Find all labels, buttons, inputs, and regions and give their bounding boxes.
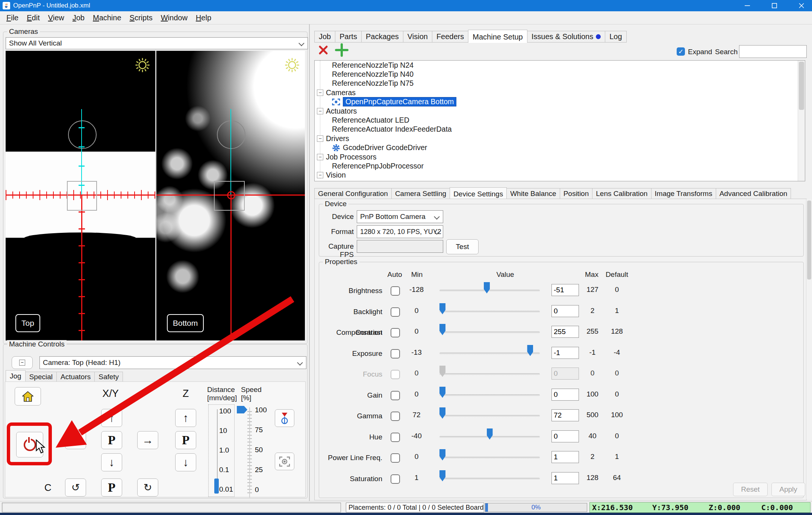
- gain-auto-checkbox[interactable]: [391, 391, 400, 400]
- device-select[interactable]: PnP Bottom Camera: [357, 210, 443, 223]
- jog-c-ccw-button[interactable]: ↺: [65, 479, 86, 497]
- tree-collapse-icon[interactable]: −: [317, 108, 323, 114]
- capture-fps-input[interactable]: [357, 240, 443, 253]
- tab-job[interactable]: Job: [314, 31, 335, 43]
- gain-slider-track[interactable]: [439, 394, 540, 396]
- settings-tab-camera-settling[interactable]: Camera Settling: [391, 188, 450, 199]
- settings-tab-white-balance[interactable]: White Balance: [506, 188, 560, 199]
- menu-job[interactable]: Job: [68, 14, 89, 22]
- controls-target-selector[interactable]: Camera: Top (Head: H1): [39, 356, 306, 369]
- brightness-auto-checkbox[interactable]: [391, 286, 400, 296]
- menu-help[interactable]: Help: [192, 14, 215, 22]
- focus-auto-checkbox[interactable]: [391, 370, 400, 379]
- saturation-slider-track[interactable]: [439, 478, 540, 480]
- backlight-compensation-slider-track[interactable]: [439, 311, 540, 313]
- saturation-auto-checkbox[interactable]: [391, 474, 400, 484]
- add-button[interactable]: [335, 43, 350, 58]
- speed-slider-thumb[interactable]: [237, 406, 247, 413]
- tree-item-referenceactuator-led[interactable]: ReferenceActuator LED: [315, 115, 805, 125]
- saturation-slider-thumb[interactable]: [439, 470, 445, 482]
- gamma-slider-track[interactable]: [439, 415, 540, 417]
- tree-item-gcodedriver-gcodedriver[interactable]: GcodeDriver GcodeDriver: [315, 143, 805, 152]
- backlight-compensation-value-input[interactable]: [551, 305, 579, 317]
- contrast-auto-checkbox[interactable]: [391, 328, 400, 337]
- distance-scale-thumb[interactable]: [214, 479, 219, 494]
- tree-collapse-icon[interactable]: −: [317, 90, 323, 96]
- tab-parts[interactable]: Parts: [335, 31, 362, 43]
- gain-slider-thumb[interactable]: [439, 387, 445, 398]
- tab-feeders[interactable]: Feeders: [432, 31, 468, 43]
- tree-item-cameras[interactable]: −Cameras: [315, 88, 805, 97]
- tree-item-openpnpcapturecamera-bottom[interactable]: OpenPnpCaptureCamera Bottom: [315, 97, 805, 106]
- panel-divider[interactable]: [309, 24, 310, 501]
- position-c-button[interactable]: P: [101, 479, 122, 497]
- test-button[interactable]: Test: [446, 239, 479, 254]
- tree-item-referencenozzletip-n24[interactable]: ReferenceNozzleTip N24: [315, 61, 805, 70]
- speed-slider[interactable]: 1007550250: [235, 405, 273, 498]
- power-line-freq--slider-track[interactable]: [439, 457, 540, 459]
- exposure-slider-thumb[interactable]: [527, 345, 533, 356]
- gamma-slider-thumb[interactable]: [439, 407, 445, 419]
- position-z-button[interactable]: P: [175, 431, 196, 449]
- tab-packages[interactable]: Packages: [361, 31, 403, 43]
- menu-window[interactable]: Window: [157, 14, 192, 22]
- gain-value-input[interactable]: [551, 389, 579, 401]
- gamma-auto-checkbox[interactable]: [391, 412, 400, 421]
- contrast-slider-track[interactable]: [439, 331, 540, 333]
- exposure-slider-track[interactable]: [439, 352, 540, 354]
- expand-checkbox[interactable]: ✓: [677, 47, 685, 56]
- light-icon[interactable]: [284, 57, 300, 75]
- jog-y-minus-button[interactable]: ↓: [101, 453, 122, 471]
- menu-view[interactable]: View: [44, 14, 68, 22]
- position-xy-button[interactable]: P: [101, 431, 122, 449]
- menu-machine[interactable]: Machine: [89, 14, 126, 22]
- jog-z-plus-button[interactable]: ↑: [175, 409, 196, 427]
- tree-collapse-icon[interactable]: −: [317, 154, 323, 160]
- tree-item-referencepnpjobprocessor[interactable]: ReferencePnpJobProcessor: [315, 161, 805, 170]
- content-scrollbar[interactable]: [806, 199, 812, 499]
- camera-view-bottom[interactable]: Bottom: [156, 51, 305, 340]
- jog-c-cw-button[interactable]: ↻: [137, 479, 158, 497]
- capture-camera-button[interactable]: [275, 453, 294, 470]
- backlight-compensation-slider-thumb[interactable]: [439, 303, 445, 314]
- settings-tab-advanced-calibration[interactable]: Advanced Calibration: [716, 188, 791, 199]
- jog-x-plus-button[interactable]: →: [137, 431, 158, 449]
- jog-x-minus-button[interactable]: ←: [65, 431, 86, 449]
- contrast-slider-thumb[interactable]: [439, 324, 445, 335]
- tab-vision[interactable]: Vision: [403, 31, 432, 43]
- jog-y-plus-button[interactable]: ↑: [101, 409, 122, 427]
- camera-view-selector[interactable]: Show All Vertical: [6, 37, 308, 49]
- minimize-button[interactable]: [742, 2, 753, 10]
- tree-collapse-icon[interactable]: −: [317, 172, 323, 178]
- controls-tab-safety[interactable]: Safety: [94, 372, 123, 382]
- hue-slider-thumb[interactable]: [487, 428, 493, 440]
- distance-tick-0.01[interactable]: 0.01: [219, 485, 233, 494]
- menu-edit[interactable]: Edit: [23, 14, 44, 22]
- gamma-value-input[interactable]: [551, 409, 579, 421]
- tab-machine-setup[interactable]: Machine Setup: [468, 30, 527, 43]
- tree-item-referenceactuator-indexfeederdata[interactable]: ReferenceActuator IndexFeederData: [315, 125, 805, 134]
- distance-scale[interactable]: 100101.00.10.01: [208, 404, 235, 497]
- controls-tab-jog[interactable]: Jog: [6, 370, 26, 381]
- apply-button[interactable]: Apply: [771, 483, 805, 496]
- saturation-value-input[interactable]: [551, 472, 579, 484]
- settings-tab-general-configuration[interactable]: General Configuration: [314, 188, 392, 199]
- controls-tab-special[interactable]: Special: [25, 372, 57, 382]
- power-line-freq--auto-checkbox[interactable]: [391, 453, 400, 463]
- menu-file[interactable]: File: [2, 14, 23, 22]
- light-icon[interactable]: [134, 57, 151, 75]
- brightness-slider-track[interactable]: [439, 290, 540, 292]
- search-input[interactable]: [739, 45, 807, 58]
- brightness-value-input[interactable]: [551, 284, 579, 296]
- settings-tab-lens-calibration[interactable]: Lens Calibration: [592, 188, 651, 199]
- content-scrollbar-thumb[interactable]: [807, 201, 811, 280]
- camera-view-top[interactable]: Top: [6, 51, 155, 340]
- distance-tick-1.0[interactable]: 1.0: [219, 446, 229, 454]
- tree-scrollbar-thumb[interactable]: [799, 62, 804, 110]
- tree-item-vision[interactable]: −Vision: [315, 171, 805, 180]
- settings-tab-position[interactable]: Position: [560, 188, 593, 199]
- tree-item-referencenozzletip-n40[interactable]: ReferenceNozzleTip N40: [315, 70, 805, 79]
- distance-tick-10[interactable]: 10: [219, 427, 227, 435]
- delete-button[interactable]: [318, 44, 331, 58]
- menu-scripts[interactable]: Scripts: [126, 14, 157, 22]
